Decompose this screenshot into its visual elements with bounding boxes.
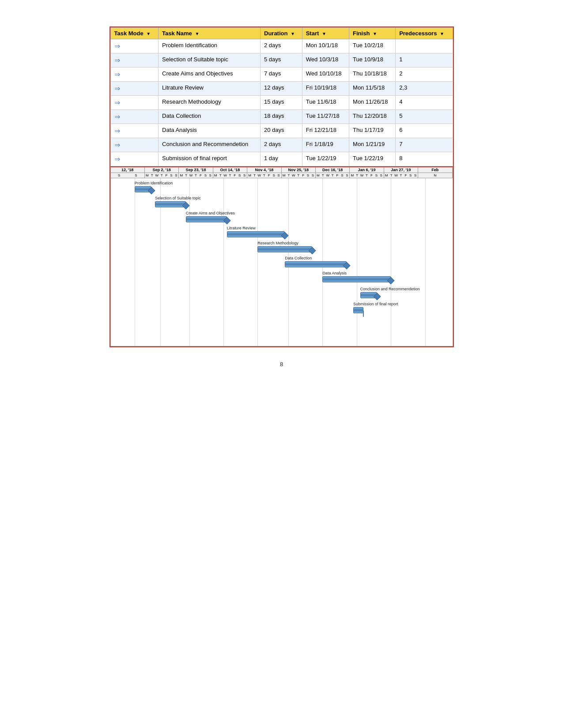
page-container: Task Mode ▼ Task Name ▼ Duration ▼ Start… (110, 26, 454, 368)
timeline-group-label: Sep 2, '18 (145, 167, 178, 173)
task-finish-cell: Thu 12/20/18 (349, 110, 396, 124)
gantt-milestone-final (363, 311, 364, 317)
task-name-cell: Data Collection (159, 110, 261, 124)
task-predecessor-cell: 5 (396, 110, 453, 124)
gantt-bar (155, 201, 186, 207)
gantt-chart-body: Problem IdentificationSelection of Suita… (111, 178, 453, 346)
task-mode-cell: ⇒ (110, 110, 159, 124)
timeline-day: M (145, 173, 149, 177)
task-mode-icon: ⇒ (114, 155, 120, 163)
task-start-cell: Fri 1/18/19 (302, 138, 349, 152)
gantt-bar (322, 276, 391, 282)
col-header-task-mode[interactable]: Task Mode ▼ (110, 28, 159, 39)
task-finish-cell: Mon 11/5/18 (349, 82, 396, 96)
task-duration-cell: 7 days (261, 68, 302, 82)
gantt-vertical-line (257, 178, 258, 346)
task-name-cell: Submission of final report (159, 152, 261, 166)
timeline-group: Nov 4, '18MTWTFSS (247, 167, 281, 178)
gantt-table-wrapper: Task Mode ▼ Task Name ▼ Duration ▼ Start… (110, 26, 454, 347)
timeline-day: S (414, 173, 417, 177)
col-header-start[interactable]: Start ▼ (302, 28, 349, 39)
task-predecessor-cell: 4 (396, 96, 453, 110)
timeline-day: M (282, 173, 286, 177)
gantt-bar-label: Research Methodology (257, 241, 299, 245)
task-finish-cell: Tue 10/2/18 (349, 39, 396, 53)
timeline-day: T (355, 173, 359, 177)
col-header-task-name[interactable]: Task Name ▼ (159, 28, 261, 39)
gantt-bar-label: Litrature Review (227, 226, 256, 230)
sort-arrow-task-name: ▼ (195, 31, 199, 36)
gantt-vertical-line (357, 178, 357, 346)
timeline-day: W (223, 173, 227, 177)
col-header-finish[interactable]: Finish ▼ (349, 28, 396, 39)
sort-arrow-duration: ▼ (291, 31, 295, 36)
timeline-day: S (272, 173, 276, 177)
task-finish-cell: Tue 1/22/19 (349, 152, 396, 166)
timeline-day: S (134, 173, 138, 177)
timeline-day: T (150, 173, 154, 177)
timeline-day: S (374, 173, 378, 177)
gantt-bar (257, 246, 312, 252)
timeline-group-label: Oct 14, '18 (213, 167, 247, 173)
timeline-day: S (170, 173, 173, 177)
gantt-table: Task Mode ▼ Task Name ▼ Duration ▼ Start… (110, 27, 453, 166)
task-finish-cell: Tue 10/9/18 (349, 53, 396, 68)
task-mode-cell: ⇒ (110, 96, 159, 110)
timeline-day: F (302, 173, 305, 177)
timeline-day: M (316, 173, 320, 177)
timeline-day: S (208, 173, 212, 177)
timeline-day: S (243, 173, 246, 177)
task-mode-cell: ⇒ (110, 39, 159, 53)
task-start-cell: Fri 10/19/18 (302, 82, 349, 96)
timeline-day: T (399, 173, 403, 177)
timeline-day: W (155, 173, 159, 177)
task-predecessor-cell: 7 (396, 138, 453, 152)
timeline-day: T (253, 173, 256, 177)
task-duration-cell: 12 days (261, 82, 302, 96)
timeline-day: M (351, 173, 354, 177)
task-start-cell: Tue 11/27/18 (302, 110, 349, 124)
task-name-cell: Litrature Review (159, 82, 261, 96)
gantt-chart-section: 12, '18SSSep 2, '18MTWTFSSSep 23, '18MTW… (110, 166, 453, 346)
task-name-cell: Problem Identification (159, 39, 261, 53)
col-header-predecessors[interactable]: Predecessors ▼ (396, 28, 453, 39)
col-header-duration[interactable]: Duration ▼ (261, 28, 302, 39)
task-duration-cell: 1 day (261, 152, 302, 166)
timeline-day: W (360, 173, 364, 177)
task-duration-cell: 2 days (261, 39, 302, 53)
task-name-cell: Data Analysis (159, 124, 261, 138)
gantt-bar (285, 261, 346, 267)
task-start-cell: Tue 11/6/18 (302, 96, 349, 110)
task-mode-icon: ⇒ (114, 141, 120, 149)
timeline-day: S (204, 173, 207, 177)
gantt-bar-label: Create Aims and Objectives (186, 211, 235, 215)
task-start-cell: Fri 12/21/18 (302, 124, 349, 138)
task-duration-cell: 5 days (261, 53, 302, 68)
task-finish-cell: Thu 10/18/18 (349, 68, 396, 82)
timeline-day: M (385, 173, 388, 177)
timeline-group-label: Jan 6, '19 (350, 167, 383, 173)
task-predecessor-cell (396, 39, 453, 53)
task-mode-icon: ⇒ (114, 56, 120, 64)
task-mode-icon: ⇒ (114, 85, 120, 92)
task-mode-icon: ⇒ (114, 99, 120, 106)
timeline-day: T (331, 173, 334, 177)
timeline-day: T (160, 173, 163, 177)
gantt-vertical-line (223, 178, 224, 346)
page-number: 8 (110, 361, 454, 368)
task-predecessor-cell: 2 (396, 68, 453, 82)
task-name-cell: Conclusion and Recommendetion (159, 138, 261, 152)
gantt-bar-label: Data Collection (285, 256, 312, 260)
task-finish-cell: Thu 1/17/19 (349, 124, 396, 138)
timeline-group-label: Sep 23, '18 (179, 167, 212, 173)
timeline-day: W (394, 173, 398, 177)
gantt-bar (227, 231, 285, 237)
gantt-bar-label: Submission of final report (353, 302, 398, 306)
timeline-day: T (365, 173, 369, 177)
gantt-vertical-line (425, 178, 426, 346)
timeline-day: S (277, 173, 280, 177)
gantt-bar-label: Data Analysis (322, 271, 347, 275)
timeline-day: W (292, 173, 295, 177)
task-name-cell: Selection of Suitable topic (159, 53, 261, 68)
timeline-group-label: 12, '18 (111, 167, 144, 173)
